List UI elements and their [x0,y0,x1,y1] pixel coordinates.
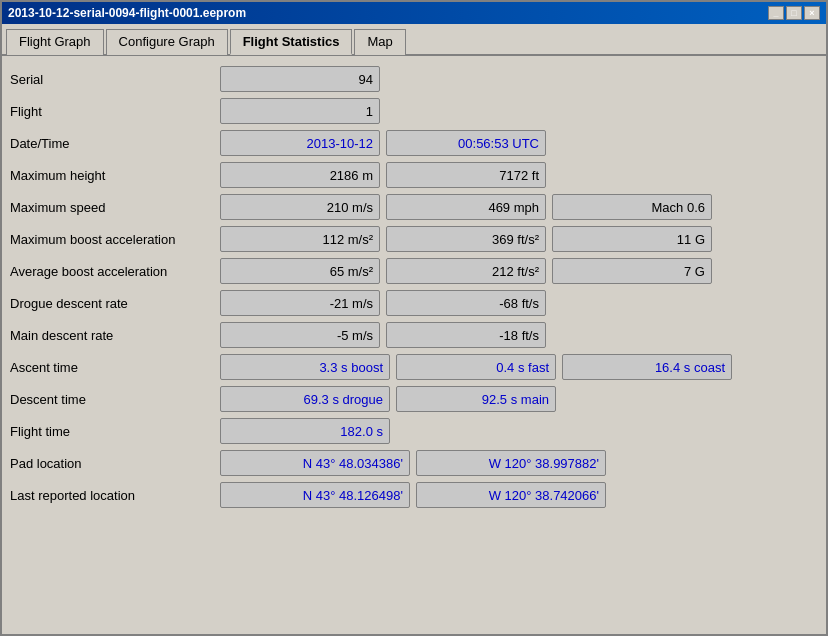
field-value: N 43° 48.126498' [220,482,410,508]
stats-row: Pad locationN 43° 48.034386'W 120° 38.99… [10,450,818,476]
close-button[interactable]: × [804,6,820,20]
field-value: 210 m/s [220,194,380,220]
window-controls: _ □ × [768,6,820,20]
field-value: 69.3 s drogue [220,386,390,412]
row-label: Descent time [10,392,220,407]
stats-row: Serial94 [10,66,818,92]
stats-row: Average boost acceleration65 m/s²212 ft/… [10,258,818,284]
row-label: Main descent rate [10,328,220,343]
row-label: Maximum speed [10,200,220,215]
row-label: Ascent time [10,360,220,375]
row-label: Average boost acceleration [10,264,220,279]
field-value: 2013-10-12 [220,130,380,156]
field-value: 2186 m [220,162,380,188]
field-value: 182.0 s [220,418,390,444]
stats-row: Flight time182.0 s [10,418,818,444]
field-value: 0.4 s fast [396,354,556,380]
field-value: 3.3 s boost [220,354,390,380]
field-value: 369 ft/s² [386,226,546,252]
tab-bar: Flight Graph Configure Graph Flight Stat… [2,24,826,56]
field-value: N 43° 48.034386' [220,450,410,476]
field-value: 11 G [552,226,712,252]
field-value: -5 m/s [220,322,380,348]
row-label: Maximum height [10,168,220,183]
field-value: -68 ft/s [386,290,546,316]
stats-row: Flight1 [10,98,818,124]
row-label: Serial [10,72,220,87]
statistics-content: Serial94Flight1Date/Time2013-10-1200:56:… [2,56,826,634]
field-value: 469 mph [386,194,546,220]
field-value: -21 m/s [220,290,380,316]
stats-row: Date/Time2013-10-1200:56:53 UTC [10,130,818,156]
field-value: 212 ft/s² [386,258,546,284]
field-value: W 120° 38.742066' [416,482,606,508]
stats-row: Maximum boost acceleration112 m/s²369 ft… [10,226,818,252]
field-value: 94 [220,66,380,92]
row-label: Flight time [10,424,220,439]
row-label: Maximum boost acceleration [10,232,220,247]
stats-row: Last reported locationN 43° 48.126498'W … [10,482,818,508]
tab-configure-graph[interactable]: Configure Graph [106,29,228,55]
stats-row: Ascent time3.3 s boost0.4 s fast16.4 s c… [10,354,818,380]
field-value: 7 G [552,258,712,284]
row-label: Last reported location [10,488,220,503]
title-bar: 2013-10-12-serial-0094-flight-0001.eepro… [2,2,826,24]
row-label: Drogue descent rate [10,296,220,311]
row-label: Flight [10,104,220,119]
stats-row: Main descent rate-5 m/s-18 ft/s [10,322,818,348]
field-value: 7172 ft [386,162,546,188]
stats-row: Maximum speed210 m/s469 mphMach 0.6 [10,194,818,220]
main-window: 2013-10-12-serial-0094-flight-0001.eepro… [0,0,828,636]
field-value: 65 m/s² [220,258,380,284]
maximize-button[interactable]: □ [786,6,802,20]
minimize-button[interactable]: _ [768,6,784,20]
field-value: 16.4 s coast [562,354,732,380]
row-label: Pad location [10,456,220,471]
stats-row: Descent time69.3 s drogue92.5 s main [10,386,818,412]
tab-flight-statistics[interactable]: Flight Statistics [230,29,353,55]
field-value: -18 ft/s [386,322,546,348]
stats-row: Maximum height2186 m7172 ft [10,162,818,188]
tab-flight-graph[interactable]: Flight Graph [6,29,104,55]
field-value: 92.5 s main [396,386,556,412]
stats-row: Drogue descent rate-21 m/s-68 ft/s [10,290,818,316]
field-value: 00:56:53 UTC [386,130,546,156]
tab-map[interactable]: Map [354,29,405,55]
field-value: 112 m/s² [220,226,380,252]
field-value: Mach 0.6 [552,194,712,220]
field-value: W 120° 38.997882' [416,450,606,476]
window-title: 2013-10-12-serial-0094-flight-0001.eepro… [8,6,246,20]
field-value: 1 [220,98,380,124]
row-label: Date/Time [10,136,220,151]
